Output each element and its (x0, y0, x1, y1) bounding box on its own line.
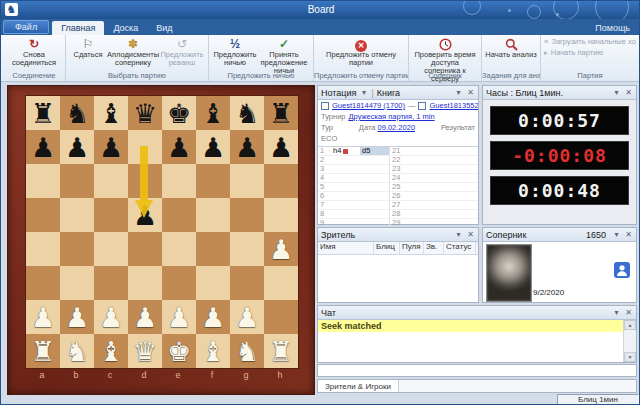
chevron-down-icon[interactable]: ▾ (359, 87, 368, 99)
pin-panel-icon[interactable]: ▾ (612, 307, 621, 319)
white-bishop[interactable]: ♝ (99, 338, 123, 365)
square-g6[interactable] (230, 164, 264, 198)
square-h6[interactable] (264, 164, 298, 198)
square-d5[interactable]: ♟ (128, 198, 162, 232)
square-h3[interactable] (264, 266, 298, 300)
square-d2[interactable]: ♟ (128, 300, 162, 334)
square-c7[interactable]: ♟ (94, 130, 128, 164)
square-b1[interactable]: ♞ (60, 334, 94, 368)
spectator-column-header[interactable]: Имя (318, 242, 374, 254)
black-bishop[interactable]: ♝ (201, 100, 225, 127)
white-bishop[interactable]: ♝ (201, 338, 225, 365)
square-c6[interactable] (94, 164, 128, 198)
pin-panel-icon[interactable]: ▾ (612, 229, 621, 241)
scroll-up-icon[interactable]: ▲ (624, 320, 636, 330)
reconnect-button[interactable]: ↻ Снова соединиться (6, 37, 62, 68)
spectators-players-tab[interactable]: Зрители & Игроки (318, 380, 399, 392)
close-panel-icon[interactable]: ✕ (624, 87, 633, 99)
tournament-link[interactable]: Дружеская партия, 1 min (349, 112, 435, 121)
offer-rematch-button[interactable]: ↺ Предложить реванш (159, 37, 205, 68)
white-pawn[interactable]: ♟ (201, 304, 225, 331)
square-g7[interactable]: ♟ (230, 130, 264, 164)
square-c1[interactable]: ♝ (94, 334, 128, 368)
spectator-column-header[interactable]: Блиц (374, 242, 400, 254)
spectator-column-header[interactable]: Пуля (400, 242, 424, 254)
black-queen[interactable]: ♛ (133, 100, 157, 127)
square-e8[interactable]: ♚ (162, 96, 196, 130)
black-pawn[interactable]: ♟ (201, 134, 225, 161)
square-e4[interactable] (162, 232, 196, 266)
black-pawn[interactable]: ♟ (167, 134, 191, 161)
square-b8[interactable]: ♞ (60, 96, 94, 130)
tab-view[interactable]: Вид (147, 21, 181, 35)
square-h7[interactable]: ♟ (264, 130, 298, 164)
start-analysis-button[interactable]: Начать анализ (485, 37, 537, 60)
square-e2[interactable]: ♟ (162, 300, 196, 334)
square-b6[interactable] (60, 164, 94, 198)
square-c2[interactable]: ♟ (94, 300, 128, 334)
close-panel-icon[interactable]: ✕ (624, 229, 633, 241)
white-move[interactable]: h4 (331, 147, 360, 155)
white-pawn[interactable]: ♟ (167, 304, 191, 331)
white-king[interactable]: ♚ (167, 338, 191, 365)
square-a5[interactable] (26, 198, 60, 232)
start-game-button[interactable]: ▸ Начать партию (544, 48, 636, 57)
tab-help[interactable]: Помощь (586, 21, 639, 35)
square-a6[interactable] (26, 164, 60, 198)
black-pawn[interactable]: ♟ (133, 202, 157, 229)
black-player-link[interactable]: Guest1813552 (1650) (429, 101, 478, 110)
pin-panel-icon[interactable]: ▾ (612, 87, 621, 99)
black-pawn[interactable]: ♟ (65, 134, 89, 161)
tab-notation[interactable]: Нотация (321, 88, 356, 98)
square-a8[interactable]: ♜ (26, 96, 60, 130)
close-panel-icon[interactable]: ✕ (624, 307, 633, 319)
black-knight[interactable]: ♞ (65, 100, 89, 127)
pin-panel-icon[interactable]: ▾ (454, 87, 463, 99)
black-rook[interactable]: ♜ (31, 100, 55, 127)
white-queen[interactable]: ♛ (133, 338, 157, 365)
offer-draw-button[interactable]: ½ Предложить ничью (212, 37, 258, 68)
pin-panel-icon[interactable]: ▾ (454, 229, 463, 241)
square-a3[interactable] (26, 266, 60, 300)
white-rook[interactable]: ♜ (269, 338, 293, 365)
square-h5[interactable] (264, 198, 298, 232)
black-move[interactable]: d5 (360, 147, 389, 155)
square-b3[interactable] (60, 266, 94, 300)
date-link[interactable]: 09.02.2020 (378, 123, 416, 132)
square-e7[interactable]: ♟ (162, 130, 196, 164)
white-knight[interactable]: ♞ (235, 338, 259, 365)
white-player-link[interactable]: Guest1814479 (1700) (332, 101, 405, 110)
tab-file[interactable]: Файл (3, 20, 49, 34)
square-e6[interactable] (162, 164, 196, 198)
resign-button[interactable]: ⚐ Сдаться (69, 37, 107, 60)
square-a4[interactable] (26, 232, 60, 266)
black-pawn[interactable]: ♟ (31, 134, 55, 161)
square-f8[interactable]: ♝ (196, 96, 230, 130)
spectator-column-header[interactable]: Статус (444, 242, 476, 254)
square-a7[interactable]: ♟ (26, 130, 60, 164)
square-g4[interactable] (230, 232, 264, 266)
square-f2[interactable]: ♟ (196, 300, 230, 334)
square-d3[interactable] (128, 266, 162, 300)
square-b5[interactable] (60, 198, 94, 232)
close-panel-icon[interactable]: ✕ (466, 87, 475, 99)
tab-book[interactable]: Книга (377, 88, 400, 98)
square-h1[interactable]: ♜ (264, 334, 298, 368)
abort-game-button[interactable]: ✕ Предложить отмену партии (317, 37, 405, 68)
spectator-column-header[interactable]: Зв. (424, 242, 444, 254)
white-pawn[interactable]: ♟ (133, 304, 157, 331)
square-f4[interactable] (196, 232, 230, 266)
white-pawn[interactable]: ♟ (99, 304, 123, 331)
black-rook[interactable]: ♜ (269, 100, 293, 127)
square-a1[interactable]: ♜ (26, 334, 60, 368)
chat-input[interactable] (317, 364, 637, 377)
square-d8[interactable]: ♛ (128, 96, 162, 130)
tab-home[interactable]: Главная (52, 21, 104, 35)
white-knight[interactable]: ♞ (65, 338, 89, 365)
close-panel-icon[interactable]: ✕ (466, 229, 475, 241)
white-pawn[interactable]: ♟ (235, 304, 259, 331)
square-f3[interactable] (196, 266, 230, 300)
black-player-checkbox[interactable] (418, 102, 426, 110)
black-pawn[interactable]: ♟ (235, 134, 259, 161)
square-b7[interactable]: ♟ (60, 130, 94, 164)
